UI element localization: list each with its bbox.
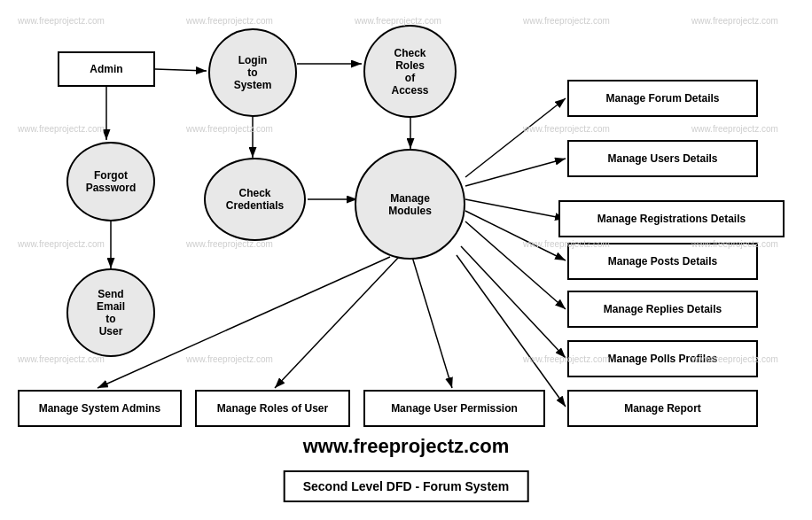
admin-node: Admin: [58, 51, 155, 87]
manage-report-node: Manage Report: [567, 390, 758, 427]
manage-system-admins-node: Manage System Admins: [18, 390, 182, 427]
watermark-8: www.freeprojectz.com: [523, 124, 610, 134]
svg-line-14: [457, 255, 566, 407]
svg-line-9: [465, 159, 566, 186]
website-text: www.freeprojectz.com: [9, 435, 803, 458]
check-credentials-node: Check Credentials: [204, 158, 306, 241]
watermark-6: www.freeprojectz.com: [18, 124, 105, 134]
watermark-2: www.freeprojectz.com: [186, 16, 273, 26]
watermark-3: www.freeprojectz.com: [355, 16, 441, 26]
watermark-14: www.freeprojectz.com: [18, 354, 105, 364]
check-roles-node: Check Roles of Access: [363, 25, 457, 118]
svg-line-8: [465, 98, 566, 177]
manage-modules-node: Manage Modules: [355, 149, 465, 260]
watermark-15: www.freeprojectz.com: [186, 354, 273, 364]
login-node: Login to System: [208, 28, 297, 117]
manage-forum-details-node: Manage Forum Details: [567, 80, 758, 117]
watermark-9: www.freeprojectz.com: [691, 124, 778, 134]
forgot-password-node: Forgot Password: [66, 142, 155, 221]
manage-polls-profiles-node: Manage Polls Profiles: [567, 340, 758, 377]
watermark-4: www.freeprojectz.com: [523, 16, 610, 26]
svg-line-13: [461, 246, 566, 358]
svg-line-1: [155, 69, 207, 71]
watermark-10: www.freeprojectz.com: [18, 239, 105, 249]
watermark-5: www.freeprojectz.com: [691, 16, 778, 26]
manage-roles-of-user-node: Manage Roles of User: [195, 390, 350, 427]
manage-user-permission-node: Manage User Permission: [363, 390, 545, 427]
manage-posts-details-node: Manage Posts Details: [567, 243, 758, 280]
manage-registrations-node: Manage Registrations Details: [558, 200, 785, 237]
svg-line-11: [465, 211, 566, 260]
svg-line-17: [412, 257, 452, 388]
watermark-7: www.freeprojectz.com: [186, 124, 273, 134]
manage-users-details-node: Manage Users Details: [567, 140, 758, 177]
diagram-container: Admin Login to System Check Roles of Acc…: [9, 9, 803, 511]
watermark-1: www.freeprojectz.com: [18, 16, 105, 26]
footer-label: Second Level DFD - Forum System: [284, 470, 529, 502]
svg-line-12: [465, 221, 566, 309]
svg-line-16: [275, 257, 399, 388]
manage-replies-details-node: Manage Replies Details: [567, 291, 758, 328]
svg-line-10: [465, 199, 566, 219]
send-email-node: Send Email to User: [66, 268, 155, 357]
